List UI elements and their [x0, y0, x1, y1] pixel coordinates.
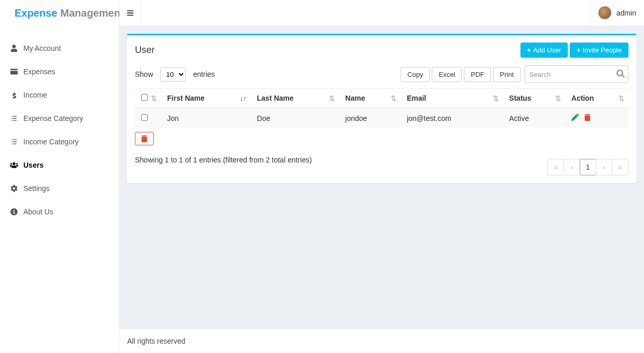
print-button[interactable]: Print — [493, 67, 520, 82]
select-all-checkbox[interactable] — [141, 94, 148, 101]
excel-button[interactable]: Excel — [432, 67, 462, 82]
sort-icon: ⇅ — [555, 94, 561, 102]
page-prev-button[interactable]: ‹ — [564, 159, 580, 175]
trash-icon — [141, 135, 148, 142]
sidebar-item-label: Settings — [23, 184, 50, 193]
search-icon — [616, 70, 625, 79]
sort-icon: ⇅ — [391, 94, 396, 102]
bulk-delete-button[interactable] — [135, 132, 154, 145]
th-first-name[interactable]: First Name↓↑ — [161, 89, 251, 108]
page-first-button[interactable]: « — [547, 159, 564, 175]
footer-text: All rights reserved — [127, 337, 185, 345]
cell-status: Active — [503, 108, 565, 128]
sidebar-item-label: About Us — [23, 208, 53, 216]
sidebar-item-settings[interactable]: Settings — [0, 177, 119, 200]
bars-icon — [127, 9, 134, 17]
user-icon — [8, 45, 20, 52]
sidebar-item-expense-category[interactable]: Expense Category — [0, 106, 119, 130]
th-name[interactable]: Name⇅ — [339, 89, 401, 108]
sidebar-item-label: My Account — [23, 44, 61, 52]
cell-email: jon@test.com — [401, 108, 503, 128]
sidebar-item-expenses[interactable]: Expenses — [0, 60, 119, 83]
pencil-icon — [571, 114, 579, 121]
sidebar-item-my-account[interactable]: My Account — [0, 36, 119, 60]
user-panel: User + Add User + Invite People — [127, 34, 636, 183]
users-icon — [8, 161, 20, 169]
dollar-icon — [8, 91, 20, 99]
pdf-button[interactable]: PDF — [464, 67, 491, 82]
users-table: ⇅ First Name↓↑ Last Name⇅ Name⇅ Email⇅ S… — [135, 88, 628, 128]
sidebar-item-income[interactable]: Income — [0, 83, 119, 106]
search-input[interactable] — [529, 71, 616, 78]
user-menu[interactable]: admin — [590, 0, 644, 25]
cell-last-name: Doe — [251, 108, 339, 128]
footer: All rights reserved — [119, 329, 644, 353]
table-row: Jon Doe jondoe jon@test.com Active — [135, 108, 628, 128]
plus-icon: + — [527, 46, 531, 54]
th-status[interactable]: Status⇅ — [503, 89, 565, 108]
list-icon — [8, 138, 20, 145]
sort-icon: ⇅ — [329, 94, 335, 102]
edit-button[interactable] — [571, 114, 581, 123]
username: admin — [616, 9, 636, 17]
sort-icon: ⇅ — [619, 94, 624, 102]
row-checkbox[interactable] — [141, 114, 148, 121]
avatar — [598, 6, 611, 19]
page-last-button[interactable]: » — [612, 159, 628, 175]
copy-button[interactable]: Copy — [401, 67, 430, 82]
add-user-button[interactable]: + Add User — [520, 43, 568, 58]
invite-people-button[interactable]: + Invite People — [570, 43, 628, 58]
sidebar-item-label: Users — [23, 161, 44, 169]
th-email[interactable]: Email⇅ — [401, 89, 503, 108]
sidebar-item-label: Expenses — [23, 67, 55, 76]
entries-select[interactable]: 10 — [160, 67, 186, 82]
th-action[interactable]: Action⇅ — [565, 89, 628, 108]
entries-label: entries — [193, 70, 215, 78]
page-number-button[interactable]: 1 — [580, 159, 596, 175]
sidebar-toggle-button[interactable] — [119, 0, 141, 26]
sidebar: Expense Management My Account Expenses I… — [0, 0, 119, 353]
sort-icon: ⇅ — [493, 94, 499, 102]
info-icon — [8, 208, 20, 215]
topbar: admin — [119, 0, 644, 26]
sort-icon: ⇅ — [151, 94, 157, 102]
sidebar-item-label: Income — [23, 91, 47, 99]
cogs-icon — [8, 185, 20, 192]
sidebar-item-about-us[interactable]: About Us — [0, 200, 119, 223]
th-checkbox[interactable]: ⇅ — [135, 89, 161, 108]
credit-card-icon — [8, 68, 20, 75]
main-menu: My Account Expenses Income Expense Categ… — [0, 36, 119, 223]
plus-icon: + — [577, 46, 581, 54]
sidebar-item-users[interactable]: Users — [0, 153, 119, 177]
page-title: User — [135, 45, 155, 56]
sidebar-item-label: Income Category — [23, 138, 79, 146]
cell-name: jondoe — [339, 108, 401, 128]
th-last-name[interactable]: Last Name⇅ — [251, 89, 339, 108]
sidebar-item-income-category[interactable]: Income Category — [0, 130, 119, 153]
sidebar-item-label: Expense Category — [23, 114, 83, 123]
page-next-button[interactable]: › — [596, 159, 612, 175]
list-icon — [8, 115, 20, 122]
brand-logo: Expense Management — [0, 0, 119, 26]
cell-action — [565, 108, 628, 128]
cell-first-name: Jon — [161, 108, 251, 128]
show-label: Show — [135, 70, 153, 78]
trash-icon — [584, 114, 591, 121]
delete-button[interactable] — [584, 114, 591, 123]
sort-asc-icon: ↓↑ — [240, 94, 246, 102]
